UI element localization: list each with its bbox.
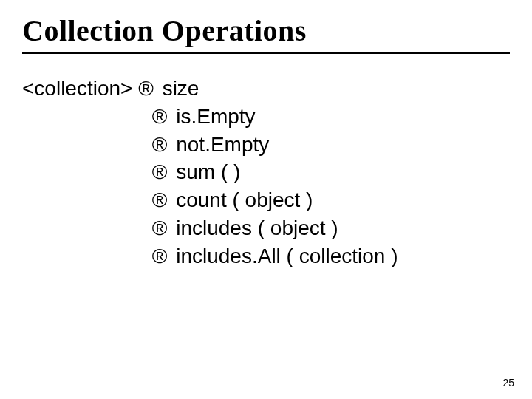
op-label: includes.All ( collection ) [176,245,398,267]
arrow-icon: ® [152,242,171,270]
op-label: includes ( object ) [176,216,338,239]
collection-tag: <collection> [22,75,132,103]
op-label: sum ( ) [176,160,240,183]
title-divider [22,52,510,54]
arrow-icon: ® [152,131,171,159]
arrow-icon: ® [152,158,171,186]
content-block: <collection> ® size ® is.Empty ® not.Emp… [22,75,510,270]
op-row-sum: ® sum ( ) [22,158,510,186]
op-row-isempty: ® is.Empty [22,103,510,131]
op-row-notempty: ® not.Empty [22,131,510,159]
arrow-icon: ® [152,186,171,214]
arrow-icon: ® [152,103,171,131]
slide: Collection Operations <collection> ® siz… [0,0,532,399]
op-label: count ( object ) [176,188,313,211]
op-row-includes: ® includes ( object ) [22,214,510,242]
op-row-includesall: ® includes.All ( collection ) [22,242,510,270]
slide-title: Collection Operations [22,13,510,48]
op-row-size: <collection> ® size [22,75,510,103]
page-number: 25 [502,377,514,389]
op-label: is.Empty [176,105,255,128]
op-label: not.Empty [176,133,269,156]
op-label: size [163,77,200,100]
arrow-icon: ® [138,75,157,103]
op-row-count: ® count ( object ) [22,186,510,214]
arrow-icon: ® [152,214,171,242]
